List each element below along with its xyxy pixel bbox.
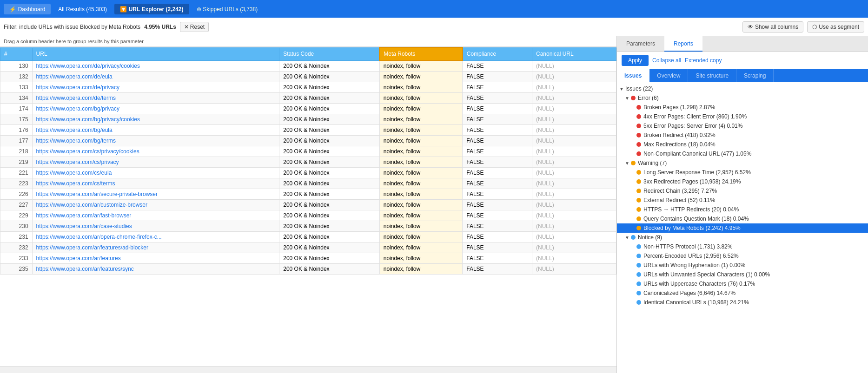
cell-url[interactable]: https://www.opera.com/ar/customize-brows… [32,200,279,210]
col-header-canonical[interactable]: Canonical URL [532,47,616,60]
cell-url[interactable]: https://www.opera.com/ar/features [32,253,279,264]
cell-meta: noindex, follow [379,60,462,72]
nav-all-results[interactable]: All Results (45,303) [53,4,113,14]
cell-num: 176 [0,125,33,136]
tree-item[interactable]: Redirect Chain (3,295) 7.27% [617,186,868,196]
tree-item[interactable]: Broken Pages (1,298) 2.87% [617,103,868,112]
tree-item[interactable]: URLs with Uppercase Characters (76) 0.17… [617,279,868,288]
cell-num: 233 [0,253,33,264]
table-row[interactable]: 231 https://www.opera.com/ar/opera-chrom… [0,232,616,242]
tab-scraping[interactable]: Scraping [736,69,774,82]
table-row[interactable]: 232 https://www.opera.com/ar/features/ad… [0,242,616,253]
data-table: # URL Status Code Meta Robots Compliance… [0,47,616,275]
cell-url[interactable]: https://www.opera.com/bg/privacy [32,104,279,114]
col-header-status[interactable]: Status Code [279,47,380,60]
table-row[interactable]: 233 https://www.opera.com/ar/features 20… [0,253,616,264]
cell-url[interactable]: https://www.opera.com/ar/fast-browser [32,210,279,221]
cell-url[interactable]: https://www.opera.com/de/privacy [32,82,279,93]
apply-button[interactable]: Apply [622,55,649,66]
tree-item[interactable]: URLs with Unwanted Special Characters (1… [617,270,868,279]
table-container[interactable]: # URL Status Code Meta Robots Compliance… [0,47,616,366]
table-row[interactable]: 221 https://www.opera.com/cs/eula 200 OK… [0,168,616,178]
cell-url[interactable]: https://www.opera.com/ar/features/ad-blo… [32,242,279,253]
cell-url[interactable]: https://www.opera.com/de/terms [32,93,279,104]
tree-item[interactable]: ▼Issues (22) [617,84,868,93]
cell-canonical: (NULL) [532,157,616,168]
col-header-compliance[interactable]: Compliance [463,47,532,60]
collapse-all-button[interactable]: Collapse all [652,57,681,64]
table-row[interactable]: 223 https://www.opera.com/cs/terms 200 O… [0,178,616,189]
table-row[interactable]: 130 https://www.opera.com/de/privacy/coo… [0,60,616,72]
table-row[interactable]: 229 https://www.opera.com/ar/fast-browse… [0,210,616,221]
status-dot [636,179,641,184]
cell-url[interactable]: https://www.opera.com/cs/eula [32,168,279,178]
tree-item[interactable]: Query Contains Question Mark (18) 0.04% [617,214,868,223]
tab-parameters[interactable]: Parameters [617,36,664,52]
tab-issues[interactable]: Issues [617,69,649,82]
tab-reports[interactable]: Reports [664,36,702,52]
table-row[interactable]: 227 https://www.opera.com/ar/customize-b… [0,200,616,210]
cell-url[interactable]: https://www.opera.com/ar/opera-chrome-fi… [32,232,279,242]
tree-item[interactable]: Long Server Response Time (2,952) 6.52% [617,168,868,177]
table-row[interactable]: 134 https://www.opera.com/de/terms 200 O… [0,93,616,104]
cell-url[interactable]: https://www.opera.com/ar/case-studies [32,221,279,232]
cell-url[interactable]: https://www.opera.com/ar/features/sync [32,264,279,275]
col-header-meta-robots[interactable]: Meta Robots [379,47,462,60]
dashboard-icon: ⚡ [9,6,16,13]
table-row[interactable]: 230 https://www.opera.com/ar/case-studie… [0,221,616,232]
tab-overview[interactable]: Overview [649,69,688,82]
tree-item[interactable]: Non-HTTPS Protocol (1,731) 3.82% [617,242,868,251]
tree-item[interactable]: Identical Canonical URLs (10,968) 24.21% [617,298,868,307]
tab-site-structure[interactable]: Site structure [688,69,736,82]
show-columns-button[interactable]: 👁 Show all columns [742,21,803,33]
tree-item[interactable]: Max Redirections (18) 0.04% [617,140,868,149]
cell-url[interactable]: https://www.opera.com/bg/terms [32,136,279,146]
tree-item[interactable]: 5xx Error Pages: Server Error (4) 0.01% [617,121,868,131]
tree-item[interactable]: ▼Warning (7) [617,158,868,168]
table-row[interactable]: 133 https://www.opera.com/de/privacy 200… [0,82,616,93]
table-row[interactable]: 177 https://www.opera.com/bg/terms 200 O… [0,136,616,146]
extended-copy-button[interactable]: Extended copy [685,57,722,64]
cell-canonical: (NULL) [532,93,616,104]
cell-url[interactable]: https://www.opera.com/bg/eula [32,125,279,136]
cell-url[interactable]: https://www.opera.com/de/eula [32,72,279,82]
table-row[interactable]: 219 https://www.opera.com/cs/privacy 200… [0,157,616,168]
tree-item-label: Identical Canonical URLs (10,968) 24.21% [643,299,864,306]
reset-button[interactable]: ✕ Reset [180,22,209,32]
col-header-num[interactable]: # [0,47,33,60]
cell-url[interactable]: https://www.opera.com/bg/privacy/cookies [32,114,279,125]
tree-item[interactable]: Blocked by Meta Robots (2,242) 4.95% [617,223,868,233]
nav-skipped-urls[interactable]: ⊗ Skipped URLs (3,738) [191,4,264,14]
filter-percent: 4.95% URLs [144,24,176,30]
table-row[interactable]: 218 https://www.opera.com/cs/privacy/coo… [0,146,616,157]
tree-item[interactable]: ▼Notice (9) [617,233,868,242]
status-dot [636,263,641,268]
tree-item[interactable]: HTTPS → HTTP Redirects (20) 0.04% [617,205,868,214]
table-row[interactable]: 175 https://www.opera.com/bg/privacy/coo… [0,114,616,125]
use-segment-button[interactable]: ⬡ Use as segment [807,21,864,33]
cell-status: 200 OK & Noindex [279,157,380,168]
cell-url[interactable]: https://www.opera.com/cs/privacy [32,157,279,168]
table-row[interactable]: 174 https://www.opera.com/bg/privacy 200… [0,104,616,114]
tree-item[interactable]: 4xx Error Pages: Client Error (860) 1.90… [617,112,868,121]
tree-item[interactable]: Broken Redirect (418) 0.92% [617,131,868,140]
tree-item[interactable]: Percent-Encoded URLs (2,956) 6.52% [617,251,868,261]
tree-item[interactable]: External Redirect (52) 0.11% [617,196,868,205]
col-header-url[interactable]: URL [32,47,279,60]
tree-item[interactable]: Canonicalized Pages (6,646) 14.67% [617,288,868,298]
tree-item[interactable]: ▼Error (6) [617,93,868,103]
tree-item[interactable]: Non-Compliant Canonical URL (477) 1.05% [617,149,868,158]
tree-item[interactable]: URLs with Wrong Hyphenation (1) 0.00% [617,261,868,270]
drag-hint: Drag a column header here to group resul… [0,36,616,47]
cell-url[interactable]: https://www.opera.com/cs/privacy/cookies [32,146,279,157]
table-row[interactable]: 176 https://www.opera.com/bg/eula 200 OK… [0,125,616,136]
table-row[interactable]: 226 https://www.opera.com/ar/secure-priv… [0,189,616,200]
nav-dashboard[interactable]: ⚡ Dashboard [4,4,51,14]
cell-url[interactable]: https://www.opera.com/ar/secure-private-… [32,189,279,200]
tree-item[interactable]: 3xx Redirected Pages (10,958) 24.19% [617,177,868,186]
table-row[interactable]: 235 https://www.opera.com/ar/features/sy… [0,264,616,275]
cell-url[interactable]: https://www.opera.com/de/privacy/cookies [32,60,279,72]
table-row[interactable]: 132 https://www.opera.com/de/eula 200 OK… [0,72,616,82]
cell-url[interactable]: https://www.opera.com/cs/terms [32,178,279,189]
nav-url-explorer[interactable]: 🔽 URL Explorer (2,242) [114,4,189,14]
